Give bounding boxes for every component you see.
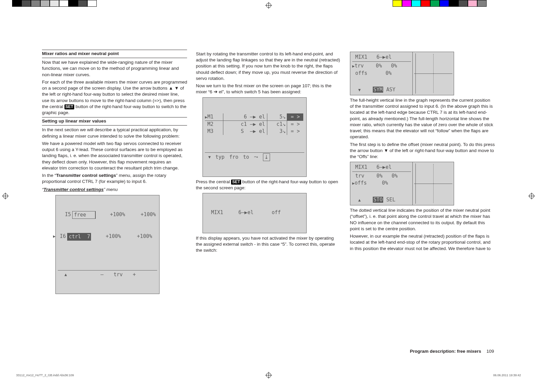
column-3: MIX1 6–▶el ▶trv 0% 0% offs 0% ▼ SYM ASY … <box>350 50 495 362</box>
page: Mixer ratios and mixer neutral point Now… <box>0 0 537 392</box>
body-text: The full-height vertical line in the gra… <box>350 97 495 140</box>
value: +100% <box>127 211 157 219</box>
mix-title: MIX1 <box>355 164 367 170</box>
menu-name: Transmitter control settings <box>56 173 116 178</box>
arrow-down-icon: ▼ <box>358 88 361 92</box>
mixer-graph <box>412 52 454 95</box>
mixer-graph <box>412 162 454 205</box>
value: 0% <box>391 63 397 69</box>
slug-left: 33112_mx12_HoTT_2_GB.indd Abs36:109 <box>16 373 74 377</box>
color-swatch <box>40 0 50 7</box>
mixer-id: ▶M1 <box>205 113 223 121</box>
lcd-row: trv 0% 0% <box>352 173 411 180</box>
color-swatch <box>430 0 440 7</box>
lcd-mixer-list: ▶M16 –▶ el5↘= > M2c1 –▶ elc1↘= > M3S –▶ … <box>203 97 307 177</box>
arrow-down-icon: ▼ <box>208 154 211 161</box>
body-text: Start by rotating the transmitter contro… <box>196 51 341 82</box>
body-text: Press the central SET button of the righ… <box>196 179 341 191</box>
page-number: 109 <box>486 349 494 354</box>
color-swatch <box>50 0 59 7</box>
registration-mark-icon <box>2 193 9 199</box>
body-text: Now that we have explained the wide-rang… <box>42 59 187 78</box>
mixer-rows: ▶M16 –▶ el5↘= > M2c1 –▶ elc1↘= > M3S –▶ … <box>205 113 304 135</box>
minus-label: – <box>100 271 103 278</box>
body-text: In the “Transmitter control settings” me… <box>42 173 187 185</box>
lcd-row: MIX1 6–▶el <box>352 54 411 61</box>
color-swatch <box>458 0 468 7</box>
table-row: M3S –▶ el3↘= > <box>205 128 304 135</box>
mixer-switch: c1↘ <box>267 121 287 128</box>
color-swatch <box>78 0 87 7</box>
value: +100% <box>122 233 153 241</box>
mixer-route: c1 –▶ el <box>223 121 267 128</box>
color-swatch <box>21 0 31 7</box>
row-label: trv <box>355 173 364 179</box>
slug-right: 06.06.2011 19:39:42 <box>493 373 521 377</box>
lcd-footer: ▲ – trv + <box>58 270 157 278</box>
divider <box>352 172 411 172</box>
divider <box>352 61 411 62</box>
lcd-footer: ▼ typ fro to ⤳ ⤓ <box>205 152 304 161</box>
value: 0% <box>392 173 398 179</box>
value: 0% <box>386 70 392 76</box>
arrow-up-icon: ▲ <box>64 271 67 278</box>
arrow-up-icon: ▲ <box>358 198 361 202</box>
goto-icon: ⤓ <box>263 153 270 161</box>
input-id: I5 <box>58 211 72 219</box>
lcd-footer: ▼ SYM ASY <box>352 86 411 94</box>
sto-button: STO <box>373 197 383 203</box>
color-swatch <box>402 0 411 7</box>
graph-vline-solid <box>415 53 416 94</box>
table-row: ▶M16 –▶ el5↘= > <box>205 113 304 121</box>
row-label: offs <box>355 70 367 76</box>
lcd-row: ▶offs 0% <box>352 180 411 187</box>
curve-icon: ⤳ <box>254 154 258 161</box>
cursor-icon: ▶ <box>352 64 355 68</box>
body-text: In the next section we will describe a t… <box>42 127 187 139</box>
heading-linear-mixer: Setting up linear mixer values <box>42 117 187 126</box>
mixer-id: M2 <box>205 121 223 128</box>
lcd-transmitter-control: I5 free +100% +100% ▶ I6 ctrl 7 +100% +1… <box>55 195 160 294</box>
body-text: However, in our example the neutral (ret… <box>350 233 495 252</box>
lcd-mix-off: MIX1 6–▶el off <box>203 193 307 233</box>
lcd-left-panel: MIX1 6–▶el ▶trv 0% 0% offs 0% ▼ SYM ASY <box>352 54 412 94</box>
table-row: M2c1 –▶ elc1↘= > <box>205 121 304 128</box>
color-swatch <box>31 0 40 7</box>
mix-title: MIX1 <box>211 209 223 215</box>
mixer-switch: 5↘ <box>267 113 287 121</box>
row-label: trv <box>355 63 364 69</box>
trv-label: trv <box>114 271 123 278</box>
assignment: free <box>72 211 95 219</box>
table-row: ▶ I6 ctrl 7 +100% +100% <box>58 233 157 241</box>
assignment-selected: ctrl 7 <box>67 233 91 241</box>
heading-mixer-ratios: Mixer ratios and mixer neutral point <box>42 50 187 58</box>
set-button-label: SET <box>64 104 74 109</box>
mix-route: 6–▶el <box>376 164 392 170</box>
goto-cell: = > <box>287 113 303 121</box>
plus-label: + <box>133 271 136 278</box>
mix-state: off <box>272 209 281 215</box>
lcd-row: offs 0% <box>352 70 411 77</box>
value: 0% <box>382 180 388 186</box>
cursor-icon: ▶ <box>352 181 355 186</box>
cursor-icon: ▶ <box>53 233 57 241</box>
color-swatch <box>12 0 21 7</box>
set-button-label: SET <box>231 180 241 185</box>
footer-label: to <box>243 154 249 161</box>
body-text: We have a powered model with two flap se… <box>42 141 187 171</box>
graph-vline-dotted <box>433 54 434 93</box>
color-swatch <box>69 0 78 7</box>
registration-mark-icon <box>265 372 272 379</box>
sel-button: SEL <box>386 197 395 203</box>
sym-button: SYM <box>373 87 383 93</box>
asy-button: ASY <box>386 87 395 93</box>
color-swatch <box>421 0 430 7</box>
input-id: I6 <box>57 233 67 241</box>
lcd-mix1-offs: MIX1 6–▶el trv 0% 0% ▶offs 0% ▲ STO SEL <box>350 162 454 205</box>
goto-cell: = > <box>287 121 303 128</box>
body-text: Now we turn to the first mixer on the sc… <box>196 83 341 95</box>
footer-label: fro <box>229 154 238 161</box>
menu-caption: “Transmitter control settings” menu <box>42 187 187 193</box>
row-label: offs <box>355 180 367 186</box>
mixer-route: S –▶ el <box>223 128 267 135</box>
